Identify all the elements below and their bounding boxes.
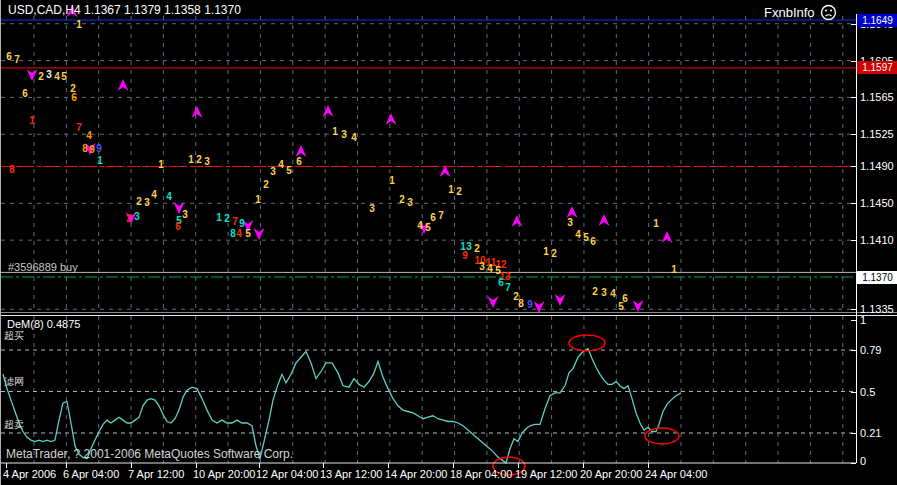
time-axis-label: 12 Apr 04:00	[256, 469, 318, 480]
price-axis-label: 1.1565	[860, 92, 894, 103]
price-axis-line	[856, 14, 857, 463]
indicator-axis-label: 0.21	[860, 428, 881, 439]
time-axis-label: 24 Apr 04:00	[645, 469, 707, 480]
time-axis-label: 7 Apr 12:00	[128, 469, 184, 480]
indicator-axis-label: 0.79	[860, 345, 881, 356]
time-axis-label: 6 Apr 04:00	[63, 469, 119, 480]
price-highlight-1.1370: 1.1370	[857, 271, 897, 284]
indicator-axis-label: 1	[860, 315, 866, 326]
time-axis-label: 14 Apr 20:00	[385, 469, 447, 480]
indicator-axis-label: 0.5	[860, 387, 875, 398]
price-axis-label: 1.1490	[860, 161, 894, 172]
price-axis-label: 1.1410	[860, 235, 894, 246]
time-axis-label: 20 Apr 20:00	[580, 469, 642, 480]
time-axis-label: 18 Apr 04:00	[450, 469, 512, 480]
mt4-chart-window: USD,CAD,H4 1.1367 1.1379 1.1358 1.1370 F…	[0, 0, 897, 485]
indicator-axis-label: 0	[860, 456, 866, 467]
time-axis-label: 10 Apr 20:00	[193, 469, 255, 480]
indicator-pane[interactable]	[1, 316, 856, 463]
time-axis-label: 4 Apr 2006	[3, 469, 56, 480]
indicator-axis-tick	[851, 463, 856, 464]
price-highlight-1.1649: 1.1649	[857, 14, 897, 27]
price-highlight-1.1597: 1.1597	[857, 61, 897, 74]
time-axis-label: 19 Apr 12:00	[515, 469, 577, 480]
main-chart-pane[interactable]	[1, 16, 856, 312]
price-axis-label: 1.1525	[860, 129, 894, 140]
price-axis-label: 1.1450	[860, 198, 894, 209]
time-axis-label: 13 Apr 12:00	[320, 469, 382, 480]
pane-separator-top[interactable]	[1, 312, 897, 313]
